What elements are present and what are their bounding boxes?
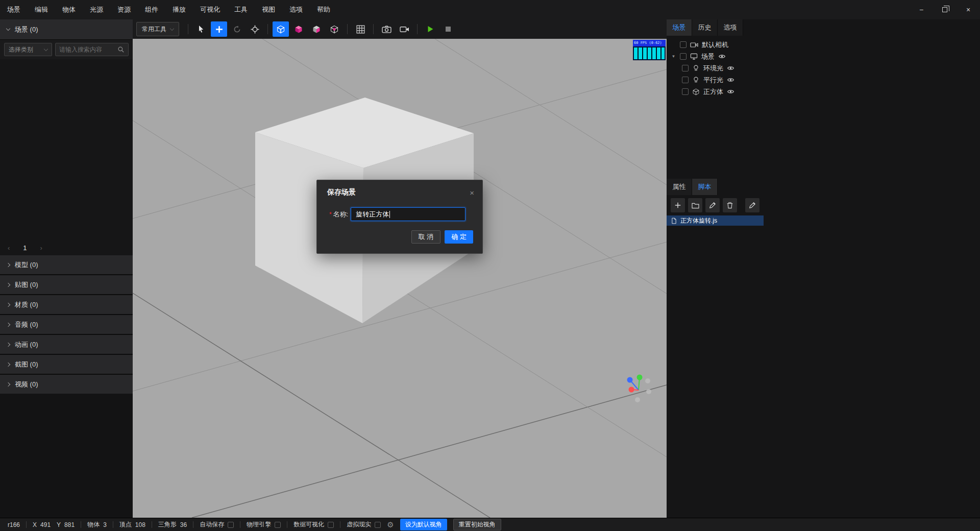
visibility-eye-icon[interactable] xyxy=(727,77,734,83)
face-mode-button[interactable] xyxy=(290,21,307,37)
script-item-selected[interactable]: 正方体旋转.js xyxy=(667,215,764,226)
move-icon xyxy=(215,25,224,34)
section-videos[interactable]: 视频 (0) xyxy=(0,375,133,394)
section-textures[interactable]: 贴图 (0) xyxy=(0,275,133,294)
menu-item-object[interactable]: 物体 xyxy=(55,0,83,19)
scene-name-input[interactable]: 旋转正方体 xyxy=(351,207,465,221)
focus-tool-button[interactable] xyxy=(247,21,263,37)
visibility-eye-icon[interactable] xyxy=(718,54,726,59)
menu-item-assets[interactable]: 资源 xyxy=(110,0,138,19)
add-script-button[interactable] xyxy=(671,198,685,212)
set-default-view-button[interactable]: 设为默认视角 xyxy=(400,519,447,530)
menu-item-scene[interactable]: 场景 xyxy=(0,0,28,19)
tree-item-directional-light[interactable]: 平行光 xyxy=(667,74,980,86)
camera-icon xyxy=(382,26,391,33)
statusbar-separator xyxy=(340,521,340,528)
name-field-label: 名称: xyxy=(333,210,349,219)
minimize-button[interactable]: − xyxy=(910,0,933,19)
menu-item-help[interactable]: 帮助 xyxy=(310,0,337,19)
tree-checkbox[interactable] xyxy=(680,53,687,60)
menu-item-component[interactable]: 组件 xyxy=(138,0,165,19)
search-icon[interactable] xyxy=(117,46,125,53)
rename-script-button[interactable] xyxy=(745,198,760,212)
tree-item-default-camera[interactable]: 默认相机 xyxy=(667,39,980,51)
tab-history[interactable]: 历史 xyxy=(692,19,718,36)
close-button[interactable]: × xyxy=(957,0,980,19)
expand-caret-icon[interactable]: ▼ xyxy=(671,54,676,59)
edit-script-button[interactable] xyxy=(705,198,720,212)
common-tools-dropdown[interactable]: 常用工具 xyxy=(136,22,179,36)
viewport-canvas[interactable]: 60 FPS (0-62) xyxy=(133,39,667,518)
dialog-close-button[interactable]: × xyxy=(470,189,474,197)
pencil-icon xyxy=(709,202,716,209)
tree-checkbox[interactable] xyxy=(682,77,689,83)
edge-mode-button[interactable] xyxy=(308,21,325,37)
tab-options[interactable]: 选项 xyxy=(718,19,743,36)
fps-meter[interactable]: 60 FPS (0-62) xyxy=(633,40,666,60)
statusbar-separator xyxy=(193,521,193,528)
settings-gear-button[interactable]: ⚙ xyxy=(387,521,394,528)
restore-icon xyxy=(942,7,947,12)
mesh-mode-button[interactable] xyxy=(273,21,289,37)
menu-item-edit[interactable]: 编辑 xyxy=(28,0,55,19)
rotate-tool-button[interactable] xyxy=(229,21,245,37)
tab-scene[interactable]: 场景 xyxy=(667,19,692,36)
stop-button[interactable] xyxy=(440,21,456,37)
dialog-header: 保存场景 × xyxy=(317,180,482,197)
record-video-button[interactable] xyxy=(396,21,412,37)
vertex-mode-button[interactable] xyxy=(326,21,342,37)
autosave-checkbox[interactable] xyxy=(228,522,234,528)
tree-checkbox[interactable] xyxy=(682,88,689,95)
page-prev-button[interactable]: ‹ xyxy=(8,244,10,252)
section-screenshots[interactable]: 截图 (0) xyxy=(0,355,133,374)
select-tool-button[interactable] xyxy=(193,21,209,37)
reset-view-button[interactable]: 重置初始视角 xyxy=(453,519,501,530)
tab-properties[interactable]: 属性 xyxy=(667,179,692,195)
menu-item-play[interactable]: 播放 xyxy=(165,0,193,19)
toolbar-separator xyxy=(417,24,418,34)
section-models[interactable]: 模型 (0) xyxy=(0,255,133,274)
physics-checkbox[interactable] xyxy=(275,522,281,528)
menu-item-options[interactable]: 选项 xyxy=(282,0,310,19)
page-next-button[interactable]: › xyxy=(40,244,42,252)
menu-item-light[interactable]: 光源 xyxy=(83,0,110,19)
scene-assets-header[interactable]: 场景 (0) xyxy=(0,19,133,40)
menu-item-tools[interactable]: 工具 xyxy=(227,0,255,19)
data-visualization-checkbox[interactable] xyxy=(328,522,334,528)
delete-script-button[interactable] xyxy=(723,198,737,212)
visibility-eye-icon[interactable] xyxy=(727,65,734,71)
section-animations[interactable]: 动画 (0) xyxy=(0,335,133,354)
translate-tool-button[interactable] xyxy=(211,21,227,37)
object-count: 物体 3 xyxy=(87,520,107,529)
tree-item-label: 默认相机 xyxy=(702,40,728,50)
visibility-eye-icon[interactable] xyxy=(727,89,734,94)
open-folder-button[interactable] xyxy=(688,198,702,212)
tree-item-cube[interactable]: 正方体 xyxy=(667,86,980,98)
section-label: 动画 (0) xyxy=(15,340,38,349)
tree-checkbox[interactable] xyxy=(680,41,687,48)
autosave-label: 自动保存 xyxy=(200,520,224,529)
chevron-right-icon xyxy=(6,342,10,346)
cancel-button[interactable]: 取 消 xyxy=(411,230,441,244)
tree-item-ambient-light[interactable]: 环境光 xyxy=(667,62,980,74)
asset-filter-row: 选择类别 请输入搜索内容 xyxy=(0,40,133,59)
restore-button[interactable] xyxy=(933,0,957,19)
grid-toggle-button[interactable] xyxy=(352,21,369,37)
section-materials[interactable]: 材质 (0) xyxy=(0,295,133,314)
chevron-right-icon xyxy=(6,282,10,286)
menu-item-visualize[interactable]: 可视化 xyxy=(193,0,227,19)
section-audio[interactable]: 音频 (0) xyxy=(0,315,133,334)
menu-item-view[interactable]: 视图 xyxy=(255,0,282,19)
search-input[interactable]: 请输入搜索内容 xyxy=(55,43,129,56)
category-select[interactable]: 选择类别 xyxy=(4,43,52,56)
screenshot-button[interactable] xyxy=(378,21,395,37)
vr-checkbox[interactable] xyxy=(375,522,381,528)
tree-checkbox[interactable] xyxy=(682,65,689,71)
chevron-right-icon xyxy=(6,362,10,366)
play-button[interactable] xyxy=(422,21,438,37)
ok-button[interactable]: 确 定 xyxy=(445,230,473,244)
tree-item-scene[interactable]: ▼ 场景 xyxy=(667,51,980,62)
video-camera-icon xyxy=(400,26,409,33)
tab-scripts[interactable]: 脚本 xyxy=(692,179,718,195)
axis-gizmo[interactable] xyxy=(624,372,656,404)
